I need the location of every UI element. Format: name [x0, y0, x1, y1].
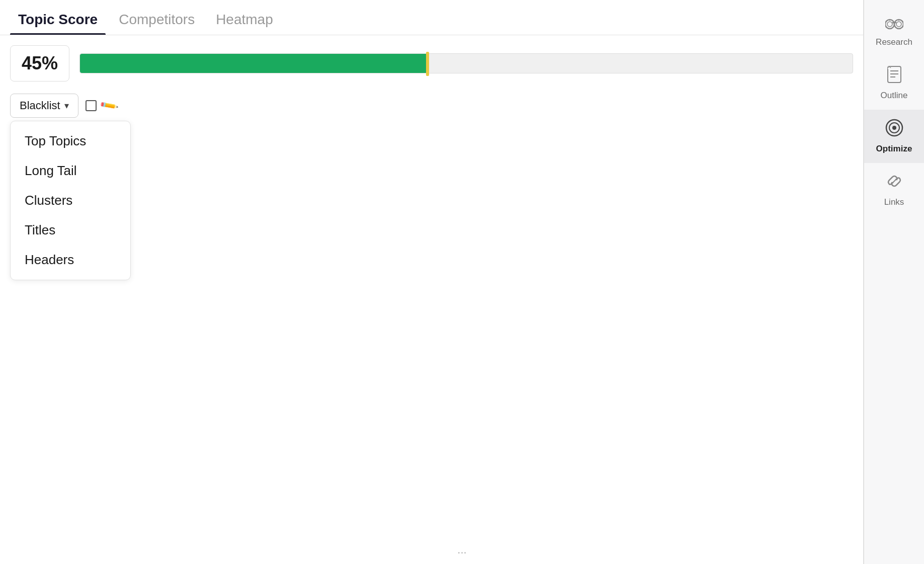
binoculars-icon — [885, 14, 903, 34]
tab-topic-score[interactable]: Topic Score — [10, 7, 106, 35]
chevron-down-icon: ▾ — [64, 100, 69, 111]
svg-point-0 — [885, 20, 894, 29]
target-circle-icon — [885, 119, 903, 141]
dropdown-menu: Top Topics Long Tail Clusters Titles Hea… — [10, 121, 131, 280]
progress-marker — [426, 52, 429, 76]
tabs-bar: Topic Score Competitors Heatmap — [0, 0, 863, 35]
controls-row: Blacklist ▾ ✏️ — [10, 94, 853, 118]
dropdown-item-clusters[interactable]: Clusters — [11, 186, 130, 215]
document-icon — [887, 65, 902, 88]
tab-competitors[interactable]: Competitors — [111, 7, 203, 35]
score-value: 45% — [22, 53, 58, 73]
sidebar-bottom-icon: ··· — [457, 546, 466, 559]
svg-point-11 — [892, 126, 896, 130]
sidebar-item-links[interactable]: Links — [864, 163, 924, 216]
marker-icon[interactable]: ✏️ — [99, 96, 119, 116]
sidebar-item-outline[interactable]: Outline — [864, 56, 924, 110]
progress-bar-container[interactable] — [79, 53, 853, 73]
dropdown-item-top-topics[interactable]: Top Topics — [11, 126, 130, 156]
dropdown-item-titles[interactable]: Titles — [11, 215, 130, 245]
score-row: 45% — [10, 45, 853, 82]
main-panel: Topic Score Competitors Heatmap 45% Blac… — [0, 0, 864, 564]
dropdown-item-long-tail[interactable]: Long Tail — [11, 156, 130, 186]
sidebar-item-optimize-label: Optimize — [876, 144, 912, 154]
dropdown-item-headers[interactable]: Headers — [11, 245, 130, 275]
svg-line-12 — [892, 179, 896, 183]
svg-point-2 — [887, 22, 892, 27]
checkbox[interactable] — [86, 100, 97, 111]
checkbox-area: ✏️ — [86, 99, 117, 113]
sidebar-item-research-label: Research — [876, 37, 912, 47]
svg-point-1 — [894, 20, 903, 29]
tab-heatmap[interactable]: Heatmap — [208, 7, 281, 35]
sidebar-item-research[interactable]: Research — [864, 5, 924, 56]
blacklist-button[interactable]: Blacklist ▾ — [10, 94, 78, 118]
content-area: 45% Blacklist ▾ ✏️ Top Topics — [0, 35, 863, 564]
blacklist-label: Blacklist — [20, 99, 60, 112]
score-box: 45% — [10, 45, 69, 82]
sidebar: Research Outline Optimize — [864, 0, 924, 564]
sidebar-item-links-label: Links — [884, 197, 904, 207]
chain-link-icon — [885, 172, 903, 194]
sidebar-item-optimize[interactable]: Optimize — [864, 110, 924, 163]
svg-point-3 — [896, 22, 901, 27]
progress-fill — [80, 54, 428, 73]
sidebar-item-outline-label: Outline — [881, 91, 908, 101]
